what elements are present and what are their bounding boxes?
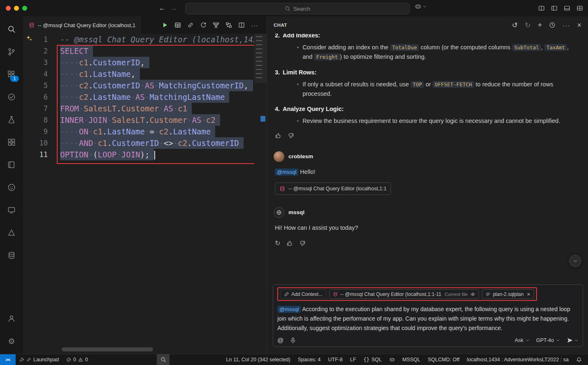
activity-extensions[interactable]: 1	[2, 65, 21, 84]
zoom-indicator[interactable]	[157, 354, 170, 365]
context-file-chip[interactable]: -- @mssql Chat Query Editor (localhost,1…	[329, 289, 479, 299]
zoom-window-button[interactable]	[22, 6, 27, 11]
activity-components[interactable]	[2, 132, 21, 152]
regenerate-icon[interactable]: ↻	[275, 239, 280, 248]
estimated-plan-icon[interactable]	[200, 22, 207, 28]
results-grid-icon[interactable]	[174, 22, 181, 28]
send-button[interactable]	[567, 337, 579, 344]
encoding-item[interactable]: UTF-8	[324, 354, 346, 365]
code-line[interactable]: 10····AND·c1.CustomerID·<>·c2.CustomerID	[23, 137, 267, 149]
code-line[interactable]: 8INNER·JOIN·SalesLT.Customer·AS·c2	[23, 114, 267, 126]
chat-message-list[interactable]: 2. Add Indexes: ◦ Consider adding an ind…	[267, 34, 588, 270]
thumbs-down-icon[interactable]	[299, 240, 306, 247]
avatar	[274, 207, 284, 218]
indentation-item[interactable]: Spaces: 4	[294, 354, 325, 365]
language-item[interactable]: {} SQL	[360, 354, 385, 365]
chat-input-box[interactable]: Add Context... -- @mssql Chat Query Edit…	[273, 284, 583, 347]
more-actions-icon[interactable]: ···	[251, 22, 258, 29]
eye-icon[interactable]	[470, 292, 475, 297]
context-plan-chip[interactable]: plan-2.sqlplan ×	[482, 289, 534, 299]
notifications-item[interactable]	[572, 354, 586, 365]
line-number: 2	[23, 45, 48, 57]
code-line[interactable]: 11OPTION·(LOOP·JOIN);	[23, 149, 267, 160]
close-icon[interactable]: ×	[577, 21, 581, 30]
code-line[interactable]: 5····c2.CustomerID·AS·MatchingCustomerID…	[23, 80, 267, 91]
horizontal-scrollbar[interactable]	[62, 347, 153, 351]
copilot-status-item[interactable]	[386, 354, 399, 365]
line-number: 11	[23, 149, 48, 160]
minimize-window-button[interactable]	[14, 6, 19, 11]
editor-group: -- @mssql Chat Query Editor (localhost,1…	[23, 16, 267, 354]
line-number: 10	[23, 137, 48, 149]
undo-icon[interactable]: ↺	[512, 21, 518, 30]
split-editor-icon[interactable]	[238, 22, 245, 28]
code-line[interactable]: 1-- @mssql Chat Query Editor (localhost,…	[23, 34, 267, 45]
minimap[interactable]	[254, 34, 267, 354]
code-line[interactable]: 9····ON·c1.LastName·=·c2.LastName	[23, 126, 267, 137]
layout-sidebar-icon[interactable]	[551, 5, 558, 12]
link-icon[interactable]	[187, 22, 194, 28]
history-icon[interactable]	[549, 22, 555, 28]
run-icon[interactable]	[162, 22, 168, 28]
account-menu[interactable]	[415, 3, 427, 10]
mssql-item[interactable]: MSSQL	[399, 354, 424, 365]
activity-testing[interactable]	[2, 87, 21, 107]
activity-azure[interactable]	[2, 223, 21, 243]
command-center-search[interactable]: Search	[185, 3, 410, 14]
launchpad-item[interactable]: Launchpad	[16, 354, 63, 365]
remove-context-icon[interactable]: ×	[527, 291, 530, 298]
schema-designer-icon[interactable]	[213, 22, 219, 28]
code-editor[interactable]: 1-- @mssql Chat Query Editor (localhost,…	[23, 34, 267, 354]
editor-tab[interactable]: -- @mssql Chat Query Editor (localhost,1	[23, 16, 142, 34]
code-line[interactable]: 6····c2.LastName·AS·MatchingLastName	[23, 91, 267, 103]
activity-github[interactable]	[2, 178, 21, 197]
redo-icon[interactable]: ↻	[525, 21, 530, 30]
activity-run-queries[interactable]	[2, 110, 21, 129]
add-context-button[interactable]: Add Context...	[280, 289, 326, 299]
new-chat-icon[interactable]: +	[537, 21, 542, 30]
attached-file-chip[interactable]: -- @mssql Chat Query Editor (localhost,1…	[275, 182, 391, 195]
mention-icon[interactable]: @	[277, 337, 284, 344]
code-line[interactable]: 7FROM·SalesLT.Customer·AS·c1	[23, 103, 267, 114]
scroll-to-bottom-button[interactable]	[569, 255, 581, 267]
wrench-icon	[19, 357, 24, 362]
thumbs-up-icon[interactable]	[286, 240, 293, 247]
github-icon	[7, 183, 16, 192]
squares-icon	[7, 138, 16, 146]
schema-compare-icon[interactable]	[225, 22, 232, 28]
thumbs-up-icon[interactable]	[275, 132, 281, 139]
chevron-down-icon	[423, 5, 427, 9]
accounts-button[interactable]	[2, 309, 21, 328]
back-icon[interactable]: ←	[159, 5, 165, 12]
layout-grid-icon[interactable]	[576, 5, 583, 12]
remote-indicator[interactable]: ><	[0, 354, 16, 365]
thumbs-down-icon[interactable]	[288, 132, 294, 139]
layout-columns-icon[interactable]	[538, 5, 545, 12]
chat-prompt-input[interactable]: @mssql According to the execution plan s…	[277, 305, 579, 333]
activity-remote-explorer[interactable]	[2, 200, 21, 220]
close-window-button[interactable]	[6, 6, 11, 11]
activity-mssql[interactable]	[2, 245, 21, 265]
connection-item[interactable]: localhost,1434 : AdventureWorksLT2022 : …	[463, 354, 572, 365]
minimap-slider[interactable]	[254, 34, 267, 83]
more-icon[interactable]: ···	[562, 22, 570, 29]
copilot-sparkle-icon[interactable]	[26, 35, 33, 42]
eol-item[interactable]: LF	[346, 354, 360, 365]
activity-docs[interactable]	[2, 155, 21, 175]
mode-dropdown[interactable]: Ask	[515, 337, 530, 343]
assistant-message-header: mssql	[274, 207, 573, 218]
code-line[interactable]: 2SELECT	[23, 45, 267, 57]
activity-source-control[interactable]	[2, 42, 21, 62]
layout-panel-icon[interactable]	[564, 5, 570, 12]
cursor-position-item[interactable]: Ln 11, Col 20 (342 selected)	[223, 354, 294, 365]
model-dropdown[interactable]: GPT-4o	[536, 337, 560, 343]
annotation-context-box: Add Context... -- @mssql Chat Query Edit…	[277, 287, 537, 301]
sqlcmd-item[interactable]: SQLCMD: Off	[424, 354, 463, 365]
problems-item[interactable]: 0 0	[63, 354, 92, 365]
settings-button[interactable]: ⚙	[2, 331, 21, 351]
code-line[interactable]: 3····c1.CustomerID,	[23, 57, 267, 68]
microphone-icon[interactable]	[290, 337, 296, 344]
code-line[interactable]: 4····c1.LastName,	[23, 68, 267, 80]
forward-icon[interactable]: →	[170, 5, 177, 12]
activity-search[interactable]	[2, 19, 21, 39]
